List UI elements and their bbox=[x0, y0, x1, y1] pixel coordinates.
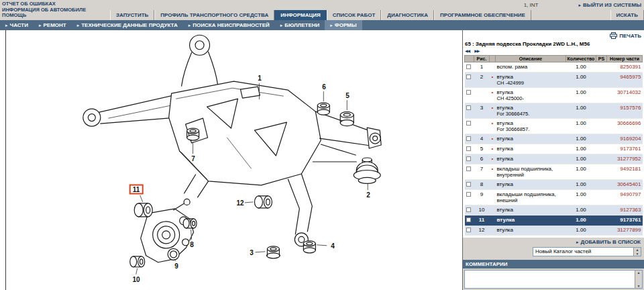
part-row-2[interactable]: 2•втулкаCH -4249991.009465975 bbox=[465, 72, 643, 88]
row-bullet: • bbox=[490, 134, 496, 144]
part-row-11[interactable]: 11втулка1.009173761 bbox=[465, 215, 643, 226]
print-button[interactable]: ПЕЧАТЬ bbox=[464, 32, 643, 40]
row-checkbox-cell bbox=[465, 88, 474, 103]
row-checkbox[interactable] bbox=[466, 166, 471, 171]
row-ps bbox=[596, 226, 607, 236]
select-scrollbar[interactable]: ▲▼ bbox=[633, 248, 641, 256]
tab-bar-spacer bbox=[531, 10, 610, 20]
part-row-6[interactable]: 6•втулка1.0031277952 bbox=[465, 154, 643, 164]
row-checkbox[interactable] bbox=[466, 207, 471, 212]
part-row-12[interactable]: 12втулка1.0031277899 bbox=[465, 226, 643, 236]
subnav-item-bulletins[interactable]: ▸БЮЛЛЕТЕНИ bbox=[275, 20, 325, 30]
diagram-canvas: 123456789101112 bbox=[5, 30, 462, 290]
tab-vehicle-profile[interactable]: ПРОФИЛЬ ТРАНСПОРТНОГО СРЕДСТВА bbox=[154, 10, 274, 20]
row-ps bbox=[596, 134, 607, 144]
tab-job-list[interactable]: СПИСОК РАБОТ bbox=[327, 10, 381, 20]
row-ps bbox=[596, 72, 607, 88]
row-bullet: • bbox=[490, 88, 496, 103]
chevron-right-icon: ▸ bbox=[280, 23, 283, 28]
diagram-callout-11[interactable]: 11 bbox=[129, 185, 144, 195]
subnav-item-product-technical-data[interactable]: ▸ТЕХНИЧЕСКИЕ ДАННЫЕ ПРОДУКТА bbox=[72, 20, 183, 30]
session-info: 1, INT bbox=[524, 2, 539, 8]
row-checkbox[interactable] bbox=[466, 136, 471, 141]
diagram-callout-10[interactable]: 10 bbox=[131, 276, 140, 283]
row-qty: 1.00 bbox=[566, 205, 596, 215]
row-checkbox[interactable] bbox=[466, 90, 471, 95]
subnav-item-fault-tracing[interactable]: ▸ПОИСКА НЕИСПРАВНОСТЕЙ bbox=[183, 20, 275, 30]
row-qty: 1.00 bbox=[566, 62, 596, 72]
subnav-item-forms[interactable]: ▸ФОРМЫ bbox=[325, 20, 362, 30]
tab-information[interactable]: ИНФОРМАЦИЯ bbox=[274, 10, 327, 20]
part-row-7[interactable]: 7•вкладыш подшипника,внутренний1.0094921… bbox=[465, 164, 643, 180]
diagram-callout-8[interactable]: 8 bbox=[189, 241, 195, 248]
part-row-x4[interactable]: •втулкаFor 30666857.1.0030666696 bbox=[465, 119, 643, 134]
comment-scrollbar[interactable]: ▲▼ bbox=[635, 271, 642, 288]
row-qty: 1.00 bbox=[566, 103, 596, 119]
diagram-callout-3[interactable]: 3 bbox=[249, 249, 254, 256]
col-header-5: PS bbox=[596, 56, 607, 62]
logout-link[interactable]: ▸ ВЫЙТИ ИЗ СИСТЕМЫ bbox=[578, 2, 641, 8]
row-ps bbox=[596, 215, 607, 226]
row-checkbox[interactable] bbox=[466, 75, 471, 79]
diagram-callout-5[interactable]: 5 bbox=[345, 92, 350, 99]
part-row-1[interactable]: 1вспом. рама1.008250391 bbox=[465, 62, 643, 72]
part-row-4[interactable]: 4•втулка1.009169204 bbox=[465, 134, 643, 144]
chevron-right-icon: ▸ bbox=[77, 23, 80, 28]
part-row-x2[interactable]: •втулкаCH 425000-1.0030714032 bbox=[465, 88, 643, 103]
part-row-10[interactable]: 10втулка1.009127363 bbox=[465, 205, 643, 215]
row-checkbox[interactable] bbox=[466, 146, 471, 151]
tab-launch[interactable]: ЗАПУСТИТЬ bbox=[110, 10, 154, 20]
row-ps bbox=[596, 62, 607, 72]
row-bullet: • bbox=[490, 144, 496, 154]
diagram-callout-1[interactable]: 1 bbox=[257, 75, 262, 82]
row-checkbox[interactable] bbox=[466, 228, 471, 232]
diagram-callout-4[interactable]: 4 bbox=[330, 242, 335, 250]
tab-search[interactable]: ИСКАТЬ bbox=[610, 10, 644, 20]
row-ps bbox=[596, 190, 607, 205]
pager-next-button[interactable]: ▶▶ bbox=[474, 48, 479, 53]
row-checkbox[interactable] bbox=[466, 156, 471, 161]
row-checkbox-cell bbox=[465, 190, 474, 205]
row-checkbox[interactable] bbox=[466, 121, 471, 126]
row-checkbox-cell bbox=[465, 205, 474, 215]
row-bullet bbox=[490, 226, 496, 236]
row-ps bbox=[596, 154, 607, 164]
diagram-callout-6[interactable]: 6 bbox=[321, 83, 327, 91]
row-checkbox[interactable] bbox=[466, 64, 471, 69]
row-bullet bbox=[490, 62, 496, 72]
row-fig bbox=[474, 88, 490, 103]
part-row-3[interactable]: 3•втулкаFor 30666475.1.009157576 bbox=[465, 103, 643, 119]
row-checkbox[interactable] bbox=[466, 182, 471, 187]
header-link-2[interactable]: ПОМОЩЬ bbox=[2, 13, 110, 19]
comment-input[interactable] bbox=[465, 271, 635, 288]
parts-panel-top: ПЕЧАТЬ 65 : Задняя подвеска Прокладки 2W… bbox=[463, 30, 644, 238]
diagram-callout-7[interactable]: 7 bbox=[191, 155, 196, 162]
part-row-8[interactable]: 8втулка1.0030645401 bbox=[465, 180, 643, 190]
row-ps bbox=[596, 180, 607, 190]
row-checkbox[interactable] bbox=[466, 192, 471, 197]
row-checkbox[interactable] bbox=[466, 105, 471, 110]
row-checkbox[interactable] bbox=[466, 218, 471, 222]
col-header-0 bbox=[465, 56, 474, 62]
tab-diagnostics[interactable]: ДИАГНОСТИКА bbox=[381, 10, 434, 20]
diagram-callout-9[interactable]: 9 bbox=[174, 262, 179, 270]
subnav-item-parts[interactable]: ▸ЧАСТИ bbox=[0, 20, 34, 30]
scroll-down-icon[interactable]: ▼ bbox=[634, 252, 641, 256]
row-part-number: 9465975 bbox=[607, 72, 643, 88]
part-row-5[interactable]: 5•втулка1.009173761 bbox=[465, 144, 643, 154]
catalog-select[interactable]: Новый Каталог частей ▲▼ bbox=[533, 247, 641, 256]
subnav-item-repair[interactable]: ▸РЕМОНТ bbox=[34, 20, 72, 30]
scroll-down-icon[interactable]: ▼ bbox=[635, 284, 642, 288]
scroll-up-icon[interactable]: ▲ bbox=[635, 271, 642, 275]
col-header-4: Количество bbox=[566, 56, 596, 62]
row-checkbox-cell bbox=[465, 103, 474, 119]
parts-table-body: 1вспом. рама1.0082503912•втулкаCH -42499… bbox=[465, 62, 643, 236]
add-to-list-button[interactable]: ▸ ДОБАВИТЬ В СПИСОК bbox=[463, 238, 644, 246]
diagram-callout-2[interactable]: 2 bbox=[366, 191, 371, 199]
diagram-callout-12[interactable]: 12 bbox=[235, 199, 244, 207]
part-row-9[interactable]: 9вкладыши подшипника,внешний1.009490797 bbox=[465, 190, 643, 205]
row-qty: 1.00 bbox=[566, 226, 596, 236]
pager-prev-button[interactable]: ◀◀ bbox=[465, 48, 470, 53]
tab-software[interactable]: ПРОГРАММНОЕ ОБЕСПЕЧЕНИЕ bbox=[434, 10, 531, 20]
subnav-item-label: ТЕХНИЧЕСКИЕ ДАННЫЕ ПРОДУКТА bbox=[81, 22, 178, 28]
